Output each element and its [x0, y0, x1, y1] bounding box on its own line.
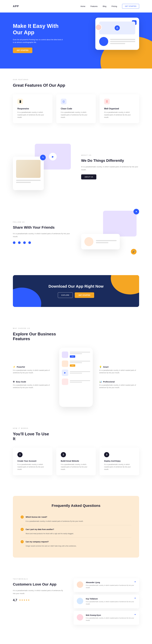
profile-avatar — [84, 237, 94, 246]
code-icon: ⟨⟩ — [61, 99, 66, 104]
lightning-icon: ⚡ — [13, 366, 16, 368]
business-label: WHY CHOOSE US — [13, 328, 139, 329]
nav-pricing[interactable]: Pricing — [112, 5, 117, 7]
feature-title: Clean Code — [61, 108, 91, 110]
feature-title: Well Organized — [104, 108, 134, 110]
feature-card-organized: ☰ Well Organized It is a paradisematic c… — [100, 94, 139, 123]
twitter-icon[interactable] — [18, 241, 20, 244]
svg-rect-2 — [116, 28, 118, 29]
nav-features[interactable]: Features — [90, 5, 98, 7]
step-number: 3 — [104, 452, 109, 457]
step-card-3: 3 Deploy And Enjoy It is a paradisematic… — [100, 448, 139, 475]
instagram-icon[interactable] — [23, 241, 26, 244]
feature-card-responsive: 📱 Responsive It is a paradisematic count… — [13, 94, 52, 123]
play-icon[interactable]: ▶ — [49, 153, 57, 160]
share-section: FOLLOW US Share With Your Friends It is … — [0, 200, 152, 265]
step-number: 1 — [18, 452, 22, 457]
faq-item[interactable]: −Can my company request? Gregor would co… — [20, 538, 132, 550]
feature-desc: It is a paradisematic country, in which … — [18, 111, 48, 118]
feature-desc: It is a paradisematic country, in which … — [61, 111, 91, 118]
step-number: 2 — [61, 452, 66, 457]
biz-item-powerful: ⚡Powerful It is a paradisematic country,… — [13, 366, 53, 374]
hero-desc: Even the all-powerful Pointing has no co… — [13, 38, 64, 44]
about-desc: It is a paradisematic country, in which … — [81, 165, 139, 171]
explore-button[interactable]: EXPLORE — [58, 292, 73, 298]
about-label: ABOUT US — [81, 154, 139, 156]
faq-title: Frequently Asked Questions — [20, 504, 132, 508]
about-image: ▶ ✎ — [13, 144, 71, 190]
avatar-icon — [77, 582, 83, 588]
business-title: Explore Our Business Features — [13, 332, 64, 341]
minus-icon: − — [20, 540, 24, 543]
feature-desc: It is a paradisematic country, in which … — [104, 111, 134, 118]
about-section: ▶ ✎ ABOUT US We Do Things Differently It… — [0, 134, 152, 200]
header: APP Home Features Blog Pricing GET START… — [0, 0, 152, 12]
hero-section: Make It Easy With Our App Even the all-p… — [0, 12, 152, 68]
chart-icon: 📊 — [99, 380, 102, 383]
minus-icon: − — [20, 516, 24, 518]
features-title: Great Features Of Our App — [13, 83, 139, 88]
quote-icon: " — [134, 581, 136, 584]
feature-title: Responsive — [18, 108, 48, 110]
linkedin-icon[interactable] — [28, 241, 31, 244]
layers-icon: ☰ — [104, 99, 110, 104]
lock-icon — [115, 25, 120, 30]
mic-icon: 🎤 — [131, 249, 136, 254]
share-image: ★ 🎤 — [81, 211, 139, 254]
share-title: Share With Your Friends — [13, 226, 71, 230]
faq-section: Frequently Asked Questions −Which licens… — [0, 486, 152, 568]
business-phone-mockup: TAG TAG ▶ — [59, 348, 93, 407]
step-card-2: 2 Build Great Website It is a paradisema… — [56, 448, 96, 475]
responsive-icon: 📱 — [18, 99, 23, 104]
testimonial-card: Alexander LjungIt is a paradisematic cou… — [74, 578, 139, 592]
download-section: Download Our App Right Now EXPLORE GET S… — [0, 265, 152, 317]
features-label: OUR FEATURES — [13, 79, 139, 80]
features-section: OUR FEATURES Great Features Of Our App 📱… — [0, 68, 152, 134]
download-title: Download Our App Right Now — [20, 284, 132, 288]
testimonial-card: Kay TollaksenIt is a paradisematic count… — [74, 594, 139, 608]
hero-cta-button[interactable]: GET STARTED — [13, 48, 32, 53]
bulb-icon: 💡 — [99, 366, 102, 368]
about-title: We Do Things Differently — [81, 158, 139, 163]
star-icon: ★ — [134, 209, 139, 214]
testimonials-section: TESTIMONIALS Customers Love Our App It i… — [0, 568, 152, 635]
nav-home[interactable]: Home — [80, 5, 85, 7]
facebook-icon[interactable] — [13, 241, 16, 244]
biz-item-scale: ⚙Easy Scale It is a paradisematic countr… — [13, 380, 53, 389]
avatar-icon — [95, 24, 102, 30]
testimonials-desc: It is a paradisematic country, in which … — [13, 589, 63, 595]
hero-mockup — [95, 18, 139, 50]
pricing-section: PRICING PLANS Our Flexible App Price $9 … — [0, 635, 152, 644]
steps-label: HOW IT WORKS — [13, 428, 139, 429]
hero-title: Make It Easy With Our App — [13, 23, 64, 36]
testimonials-title: Customers Love Our App — [13, 582, 63, 586]
nav-cta-button[interactable]: GET STARTED — [122, 4, 139, 9]
quote-icon: " — [134, 614, 136, 617]
business-section: WHY CHOOSE US Explore Our Business Featu… — [0, 317, 152, 417]
faq-item[interactable]: −Can I port my data from another? Wurst … — [20, 525, 132, 538]
quote-icon: " — [134, 597, 136, 601]
minus-icon: − — [20, 528, 24, 531]
stars-icon: ★★★★★ — [19, 599, 30, 601]
logo[interactable]: APP — [13, 5, 19, 8]
rating-value: 4,7 — [13, 598, 17, 602]
step-card-1: 1 Create Your Account It is a paradisema… — [13, 448, 52, 475]
steps-title: You'll Love To Use It — [13, 432, 52, 441]
steps-section: HOW IT WORKS You'll Love To Use It 1 Cre… — [0, 417, 152, 486]
testimonials-label: TESTIMONIALS — [13, 578, 63, 580]
main-nav: Home Features Blog Pricing GET STARTED — [80, 4, 139, 9]
avatar-icon — [77, 598, 83, 604]
share-label: FOLLOW US — [13, 221, 71, 223]
about-cta-button[interactable]: ABOUT US — [81, 174, 96, 180]
biz-item-professional: 📊Professional It is a paradisematic coun… — [99, 380, 139, 389]
feature-card-clean: ⟨⟩ Clean Code It is a paradisematic coun… — [56, 94, 96, 123]
gear-icon: ⚙ — [13, 380, 15, 383]
avatar-icon — [77, 614, 83, 620]
faq-item[interactable]: −Which license do I need? It is a paradi… — [20, 513, 132, 525]
circle-icon — [99, 37, 108, 46]
download-cta-button[interactable]: GET STARTED — [75, 292, 94, 298]
share-desc: It is a paradisematic country, in which … — [13, 232, 71, 238]
testimonial-card: Mok Kwang-HyunIt is a paradisematic coun… — [74, 611, 139, 625]
pencil-icon: ✎ — [40, 155, 46, 160]
nav-blog[interactable]: Blog — [103, 5, 106, 7]
